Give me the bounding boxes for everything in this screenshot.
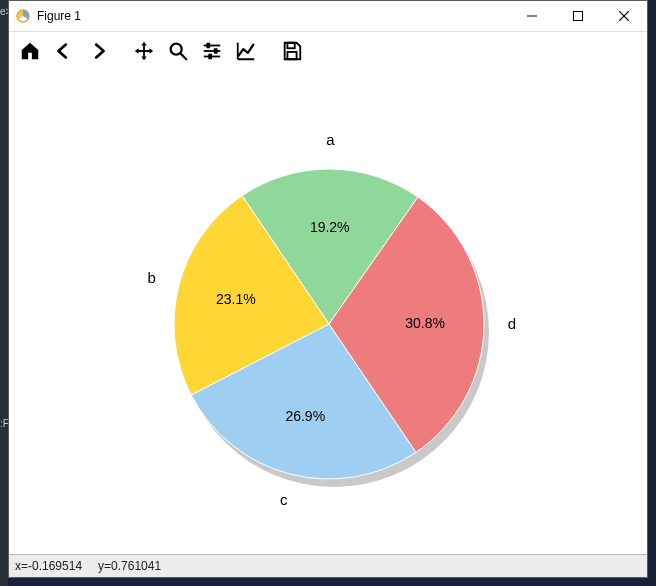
pie-chart: 19.2%a23.1%b26.9%c30.8%d	[9, 69, 647, 555]
mpl-toolbar	[9, 32, 647, 71]
pie-label-b: b	[148, 269, 156, 286]
window-title: Figure 1	[37, 9, 81, 23]
svg-line-6	[181, 54, 187, 60]
svg-rect-10	[214, 48, 218, 54]
home-button[interactable]	[14, 35, 46, 67]
pie-pct-a: 19.2%	[310, 219, 350, 235]
minimize-button[interactable]	[509, 1, 555, 31]
pie-label-d: d	[508, 315, 516, 332]
pie-pct-c: 26.9%	[285, 408, 325, 424]
cursor-y: y=0.761041	[98, 559, 161, 573]
configure-subplots-button[interactable]	[196, 35, 228, 67]
svg-rect-8	[207, 43, 211, 49]
maximize-button[interactable]	[555, 1, 601, 31]
figure-canvas[interactable]: 19.2%a23.1%b26.9%c30.8%d	[9, 69, 647, 555]
svg-rect-13	[287, 43, 294, 49]
status-bar: x=-0.169514 y=0.761041	[9, 554, 647, 577]
pie-label-c: c	[280, 491, 288, 508]
back-button[interactable]	[48, 35, 80, 67]
svg-rect-2	[574, 12, 583, 21]
cursor-x: x=-0.169514	[15, 559, 82, 573]
forward-button[interactable]	[82, 35, 114, 67]
titlebar[interactable]: Figure 1	[9, 1, 647, 32]
svg-rect-12	[208, 54, 212, 60]
pan-button[interactable]	[128, 35, 160, 67]
zoom-button[interactable]	[162, 35, 194, 67]
ide-gutter: e> :F	[0, 0, 8, 586]
figure-window: Figure 1	[8, 0, 648, 578]
pie-label-a: a	[326, 131, 335, 148]
pie-pct-d: 30.8%	[405, 315, 445, 331]
close-button[interactable]	[601, 1, 647, 31]
pie-pct-b: 23.1%	[216, 291, 256, 307]
save-button[interactable]	[276, 35, 308, 67]
svg-rect-14	[287, 52, 296, 59]
app-icon	[15, 8, 31, 24]
edit-axes-button[interactable]	[230, 35, 262, 67]
